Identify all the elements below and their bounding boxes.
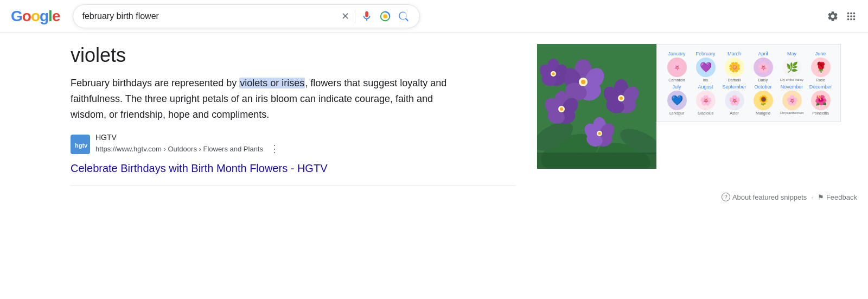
search-divider <box>355 10 355 23</box>
chart-month-name: April <box>758 51 768 56</box>
chart-flower-name: Daffodil <box>728 78 741 82</box>
search-bar: ✕ <box>73 4 420 28</box>
header-right <box>827 10 857 22</box>
chart-month-september: September 🌸 Aster <box>721 84 748 115</box>
chart-flower-circle: 🌸 <box>667 58 687 77</box>
birth-flower-chart: January 🌸 Carnation February 💜 Iris Marc… <box>656 44 841 122</box>
header: Google ✕ <box>0 0 868 33</box>
search-submit-button[interactable] <box>397 9 411 23</box>
flag-icon: ⚑ <box>818 193 824 201</box>
lens-button[interactable] <box>378 9 392 23</box>
search-input[interactable] <box>82 11 336 21</box>
source-meta: https://www.hgtv.com › Outdoors › Flower… <box>95 142 283 156</box>
snippet-title: violets <box>71 44 515 67</box>
about-snippets-link[interactable]: ? About featured snippets <box>722 193 807 201</box>
chart-month-april: April 🌸 Daisy <box>750 51 776 82</box>
chart-flower-name: Gladiolus <box>698 111 713 115</box>
chart-flower-circle: 💙 <box>667 91 687 110</box>
chart-flower-name: Aster <box>730 111 738 115</box>
chart-flower-name: Marigold <box>756 111 770 115</box>
chart-month-name: August <box>698 84 713 90</box>
chart-flower-circle: 💜 <box>696 58 716 77</box>
chart-month-march: March 🌼 Daffodil <box>721 51 748 82</box>
chart-month-name: February <box>695 51 715 56</box>
chart-month-name: March <box>727 51 741 56</box>
snippet-link[interactable]: Celebrate Birthdays with Birth Month Flo… <box>71 162 515 175</box>
svg-point-1 <box>384 14 387 18</box>
chart-flower-name: Iris <box>703 78 708 82</box>
chart-month-name: January <box>668 51 685 56</box>
chart-month-name: September <box>722 84 746 90</box>
snippet-highlight: violets or irises <box>239 78 305 88</box>
chart-flower-circle: 🌸 <box>754 58 773 77</box>
chart-flower-circle: 🌸 <box>782 91 802 110</box>
chart-flower-name: Rose <box>816 78 825 82</box>
chart-month-june: June 🌹 Rose <box>807 51 834 82</box>
clear-button[interactable]: ✕ <box>340 9 350 23</box>
svg-rect-45 <box>537 152 656 169</box>
chart-flower-name: Chrysanthemum <box>780 111 803 114</box>
snippet-body: February birthdays are represented by vi… <box>71 75 450 122</box>
source-favicon: hgtv <box>71 135 90 154</box>
chart-month-december: December 🌺 Poinsettia <box>807 84 834 115</box>
chart-month-august: August 🌸 Gladiolus <box>692 84 719 115</box>
dot-separator: · <box>811 193 813 201</box>
snippet-body-before: February birthdays are represented by <box>71 78 239 88</box>
chart-flower-name: Carnation <box>668 78 685 82</box>
chart-month-february: February 💜 Iris <box>692 51 719 82</box>
chart-flower-name: Daisy <box>758 78 768 82</box>
chart-month-name: July <box>672 84 681 90</box>
svg-point-37 <box>598 132 601 135</box>
violet-image <box>537 44 656 169</box>
feedback-link[interactable]: ⚑ Feedback <box>818 193 857 201</box>
feedback-label: Feedback <box>826 193 857 201</box>
chart-month-name: October <box>754 84 771 90</box>
chart-month-may: May 🌿 Lily of the Valley <box>778 51 805 81</box>
chart-month-november: November 🌸 Chrysanthemum <box>778 84 805 114</box>
apps-button[interactable] <box>845 10 857 22</box>
chart-flower-circle: 🌼 <box>725 58 744 77</box>
main-content: violets February birthdays are represent… <box>0 33 868 186</box>
chart-flower-circle: 🌸 <box>725 91 744 110</box>
mic-button[interactable] <box>360 9 374 23</box>
chart-flower-circle: 🌺 <box>811 91 831 110</box>
chart-flower-name: Larkspur <box>669 111 684 115</box>
chart-month-january: January 🌸 Carnation <box>663 51 690 82</box>
image-panel: January 🌸 Carnation February 💜 Iris Marc… <box>537 44 841 175</box>
about-snippets-label: About featured snippets <box>732 193 807 201</box>
chart-flower-name: Lily of the Valley <box>780 78 803 81</box>
source-name: HGTV <box>95 133 283 142</box>
bottom-bar: ? About featured snippets · ⚑ Feedback <box>0 186 868 208</box>
chart-month-name: November <box>781 84 803 90</box>
svg-point-23 <box>620 97 623 100</box>
chart-month-name: May <box>787 51 796 56</box>
svg-point-30 <box>560 107 563 111</box>
svg-point-44 <box>552 73 555 75</box>
chart-flower-circle: 🌻 <box>754 91 773 110</box>
chart-flower-circle: 🌿 <box>782 58 802 77</box>
chart-month-name: June <box>815 51 826 56</box>
svg-text:hgtv: hgtv <box>75 142 88 149</box>
chart-flower-circle: 🌹 <box>811 58 831 77</box>
chart-month-name: December <box>809 84 832 90</box>
chart-month-october: October 🌻 Marigold <box>750 84 776 115</box>
source-info: HGTV https://www.hgtv.com › Outdoors › F… <box>95 133 283 156</box>
chart-flower-circle: 🌸 <box>696 91 716 110</box>
question-icon: ? <box>722 193 730 201</box>
more-options-button[interactable]: ⋮ <box>266 142 283 156</box>
chart-month-july: July 💙 Larkspur <box>663 84 690 115</box>
svg-point-16 <box>581 80 585 84</box>
source-url: https://www.hgtv.com › Outdoors › Flower… <box>95 145 263 153</box>
snippet-source: hgtv HGTV https://www.hgtv.com › Outdoor… <box>71 133 515 156</box>
featured-snippet: violets February birthdays are represent… <box>71 44 515 175</box>
settings-button[interactable] <box>827 10 839 22</box>
google-logo[interactable]: Google <box>11 8 60 25</box>
chart-flower-name: Poinsettia <box>812 111 829 115</box>
